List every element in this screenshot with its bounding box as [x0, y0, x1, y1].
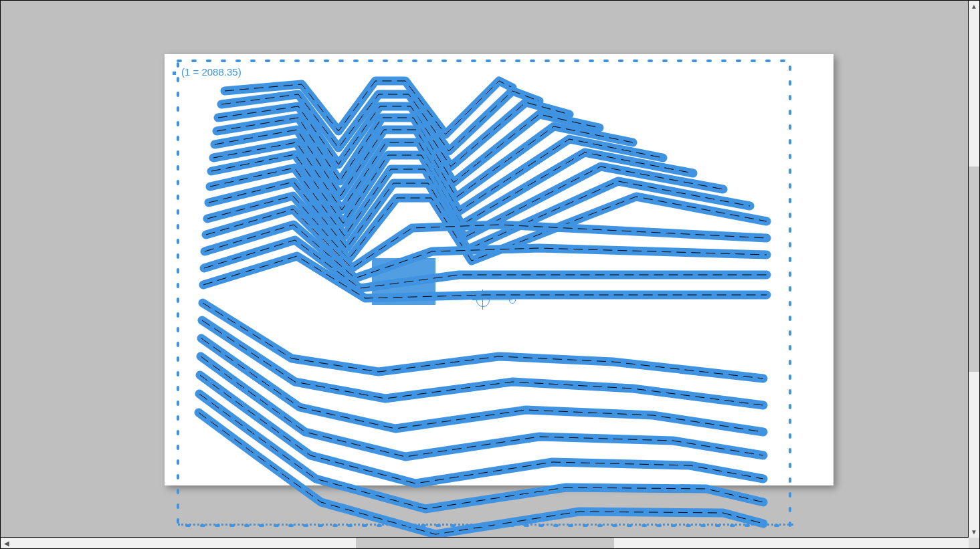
scroll-down-button[interactable]: ▼	[969, 526, 979, 538]
vertical-scroll-track[interactable]	[969, 12, 979, 526]
selection-scale-label: (1 = 2088.35)	[173, 66, 241, 78]
vertical-scrollbar[interactable]: ▲ ▼	[969, 0, 980, 538]
paper-container: (1 = 2088.35)	[165, 54, 834, 485]
scroll-up-button[interactable]: ▲	[969, 1, 979, 12]
horizontal-scroll-track[interactable]	[12, 538, 968, 548]
canvas-viewport[interactable]: (1 = 2088.35)	[0, 0, 969, 538]
scroll-left-button[interactable]: ◀	[1, 538, 12, 548]
horizontal-scrollbar[interactable]: ◀ ▶	[0, 538, 980, 549]
chevron-left-icon: ◀	[4, 540, 9, 547]
scrollbar-corner	[969, 538, 980, 549]
selected-entity-highlight	[372, 258, 435, 305]
horizontal-scroll-thumb[interactable]	[356, 538, 614, 548]
chevron-down-icon: ▼	[971, 528, 977, 536]
vertical-scroll-thumb[interactable]	[969, 167, 979, 372]
chevron-up-icon: ▲	[971, 3, 977, 10]
paper-sheet	[165, 54, 834, 485]
